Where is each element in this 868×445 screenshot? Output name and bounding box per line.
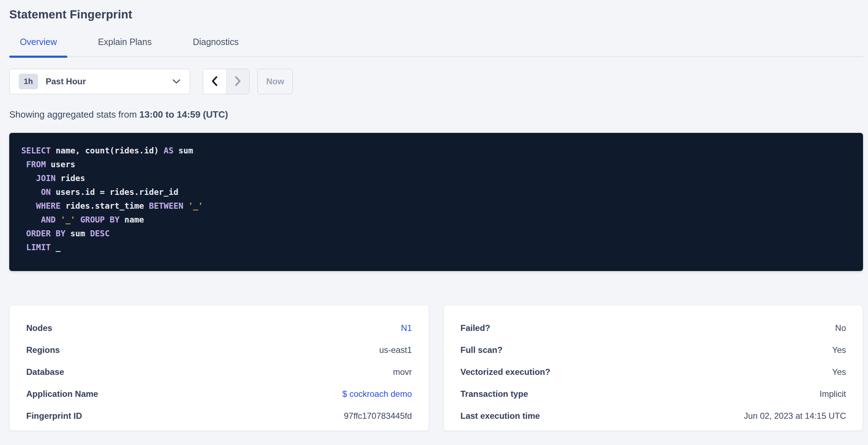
row-label: Vectorized execution? [461,367,550,377]
chevron-down-icon [172,79,180,84]
sql-line: SELECT name, count(rides.id) AS sum [21,144,851,158]
card-row: Database movr [26,361,412,383]
card-row: Transaction type Implicit [461,383,846,405]
sql-line: JOIN rides [21,171,851,185]
tab-label: Explain Plans [98,37,151,47]
statement-details-card: Nodes N1 Regions us-east1 Database movr … [9,305,429,431]
time-interval-badge: 1h [19,74,38,89]
time-interval-label: Past Hour [46,77,86,86]
tab-label: Diagnostics [193,37,239,47]
caption-prefix: Showing aggregated stats from [9,109,139,120]
row-value: movr [393,367,412,377]
now-button[interactable]: Now [257,69,293,94]
execution-attributes-card: Failed? No Full scan? Yes Vectorized exe… [444,305,863,431]
time-controls: 1h Past Hour [9,69,863,94]
tab-diagnostics[interactable]: Diagnostics [182,37,249,56]
row-label: Failed? [461,323,490,333]
next-time-button[interactable] [226,69,250,94]
prev-time-button[interactable] [203,69,226,94]
caption-time-range: 13:00 to 14:59 (UTC) [139,109,228,120]
row-value: 97ffc170783445fd [344,411,412,421]
sql-line: WHERE rides.start_time BETWEEN '_' [21,199,851,213]
row-label: Transaction type [461,389,528,399]
sql-line: AND '_' GROUP BY name [21,213,851,227]
row-value: us-east1 [379,345,412,355]
sql-line: LIMIT _ [21,241,851,254]
card-row: Vectorized execution? Yes [461,361,846,383]
row-label: Nodes [26,323,52,333]
time-nav-button-group [203,69,250,94]
row-label: Database [26,367,64,377]
card-row: Application Name $ cockroach demo [26,383,412,405]
row-value: Yes [832,367,846,377]
card-row: Nodes N1 [26,317,412,339]
row-label: Application Name [26,389,98,399]
chevron-left-icon [211,76,218,88]
aggregated-stats-caption: Showing aggregated stats from 13:00 to 1… [9,109,863,120]
tabs: Overview Explain Plans Diagnostics [9,37,863,57]
card-row: Regions us-east1 [26,339,412,361]
row-label: Regions [26,345,60,355]
row-label: Full scan? [461,345,503,355]
sql-statement-box: SELECT name, count(rides.id) AS sum FROM… [9,133,863,271]
statement-fingerprint-page: Statement Fingerprint Overview Explain P… [0,0,868,431]
tab-explain-plans[interactable]: Explain Plans [87,37,162,56]
time-interval-dropdown[interactable]: 1h Past Hour [9,69,190,94]
sql-line: ON users.id = rides.rider_id [21,185,851,199]
tab-label: Overview [20,37,57,47]
row-value: Yes [832,345,846,355]
row-label: Fingerprint ID [26,411,82,421]
summary-cards: Nodes N1 Regions us-east1 Database movr … [9,305,863,431]
card-row: Full scan? Yes [461,339,846,361]
card-row: Last execution time Jun 02, 2023 at 14:1… [461,405,846,427]
chevron-right-icon [235,76,241,88]
row-value: Implicit [819,389,846,399]
sql-line: ORDER BY sum DESC [21,227,851,241]
card-row: Fingerprint ID 97ffc170783445fd [26,405,412,427]
row-value-link[interactable]: N1 [401,323,412,333]
row-value: Jun 02, 2023 at 14:15 UTC [744,411,846,421]
sql-code: SELECT name, count(rides.id) AS sum FROM… [21,144,851,254]
card-row: Failed? No [461,317,846,339]
row-label: Last execution time [461,411,540,421]
row-value: No [835,323,846,333]
row-value-link[interactable]: $ cockroach demo [342,389,412,399]
page-title: Statement Fingerprint [9,7,863,22]
sql-line: FROM users [21,158,851,171]
tab-overview[interactable]: Overview [9,37,67,56]
